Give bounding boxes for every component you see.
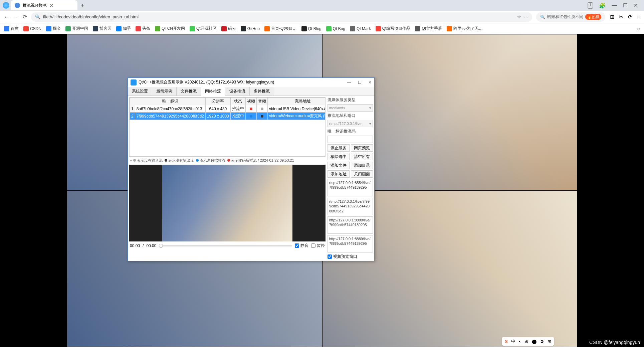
app-maximize-icon[interactable]: ☐ <box>358 80 362 85</box>
undo-icon[interactable]: ⟳ <box>628 14 632 20</box>
watermark: CSDN @feiyangqingyun <box>589 340 640 345</box>
app-close-icon[interactable]: ✕ <box>368 80 372 85</box>
badge-icon[interactable]: 1 <box>588 2 593 9</box>
bookmark-item[interactable]: 阿里云-为了无… <box>447 26 483 31</box>
app-tab[interactable]: 最简示例 <box>152 87 177 96</box>
table-header[interactable]: 分辨率 <box>205 98 230 105</box>
more-icon[interactable]: ⋯ <box>524 14 528 19</box>
panel-input[interactable] <box>328 136 373 143</box>
ime-item[interactable]: ⊞ <box>548 339 551 344</box>
table-header[interactable]: 唯一标识 <box>135 98 205 105</box>
maximize-icon[interactable]: ☐ <box>623 2 628 9</box>
app-tab[interactable]: 系统设置 <box>128 87 152 96</box>
address-bar: ← → ⟳ 🔍 file:///H:/codevideo/bin/config/… <box>0 11 644 23</box>
bookmarks-overflow-icon[interactable]: » <box>637 26 640 32</box>
app-window: Qt/C++推流综合应用示例 V20240121 (QQ: 517216493 … <box>128 77 375 261</box>
bookmark-item[interactable]: Qt Mark <box>350 26 371 31</box>
bookmark-item[interactable]: GitHub <box>241 26 260 31</box>
preview-checkbox[interactable]: 视频预览窗口 <box>328 254 373 259</box>
mute-checkbox[interactable]: 静音 <box>295 243 308 248</box>
table-header[interactable]: 音频 <box>256 98 267 105</box>
star-icon[interactable]: ☆ <box>517 14 521 19</box>
panel-button[interactable]: 关闭画面 <box>351 170 373 178</box>
scissors-icon[interactable]: ✂ <box>619 14 623 20</box>
window-close-icon[interactable]: ✕ <box>634 2 638 9</box>
app-title-text: Qt/C++推流综合应用示例 V20240121 (QQ: 517216493 … <box>139 79 274 85</box>
search-box[interactable]: 🔍 转账和红包性质不同 🔥热搜 <box>536 12 605 22</box>
ime-logo-icon: S <box>505 339 508 344</box>
bookmark-item[interactable]: Qt开源社区 <box>190 26 217 31</box>
bookmark-item[interactable]: 百度 <box>4 26 19 31</box>
page-content: Qt/C++推流综合应用示例 V20240121 (QQ: 517216493 … <box>0 34 644 347</box>
panel-input[interactable]: mediamtx▾ <box>328 104 373 112</box>
app-tab[interactable]: 多路推流 <box>250 87 274 96</box>
bookmark-item[interactable]: CSDN <box>23 26 41 31</box>
app-tab[interactable]: 网络推流 <box>201 87 225 96</box>
new-tab-button[interactable]: + <box>77 2 88 9</box>
panel-button[interactable]: 添加目录 <box>351 162 373 169</box>
panel-label: 流媒体服务类型 <box>328 97 373 103</box>
table-header[interactable] <box>130 98 135 105</box>
panel-label: 推流地址和端口 <box>328 113 373 119</box>
table-header[interactable]: 完整地址 <box>267 98 326 105</box>
bookmark-item[interactable]: 博客园 <box>93 26 112 31</box>
url-input[interactable]: 🔍 file:///H:/codevideo/bin/config/video_… <box>31 12 532 22</box>
search-icon: 🔍 <box>540 15 545 19</box>
bookmark-item[interactable]: 码云 <box>221 26 236 31</box>
url-box[interactable]: rtmp://127.0.0.1/live/7f999cdb5744913929… <box>328 198 373 215</box>
url-box[interactable]: rtsp://127.0.0.1:8554/live/7f999cdb57449… <box>328 179 373 196</box>
bookmark-item[interactable]: 头条 <box>136 26 150 31</box>
stream-table[interactable]: 唯一标识分辨率状态视频音频完整地址18a67b9bcfc8f2ca470ac28… <box>129 97 326 157</box>
extensions-icon[interactable]: 🧩 <box>599 2 606 9</box>
app-icon <box>131 79 137 85</box>
bookmark-item[interactable]: 开源中国 <box>65 26 88 31</box>
table-header[interactable]: 状态 <box>230 98 245 105</box>
bookmark-item[interactable]: 首页-Qt项目… <box>264 26 297 31</box>
table-header[interactable]: 视频 <box>245 98 256 105</box>
bookmark-item[interactable]: Qt官方手册 <box>415 26 442 31</box>
app-tab[interactable]: 文件推流 <box>177 87 201 96</box>
bookmark-item[interactable]: 掘金 <box>46 26 61 31</box>
menu-icon[interactable]: ≡ <box>637 14 640 20</box>
ime-item[interactable]: ⬤ <box>532 339 537 344</box>
table-row[interactable]: 27f999cdb57449139295c442880f6f3d21920 x … <box>130 113 326 120</box>
table-row[interactable]: 18a67b9bcfc8f2ca470ac28f682fbc013640 x 4… <box>130 105 326 113</box>
minimize-icon[interactable]: — <box>612 2 617 9</box>
black-bar-right <box>577 34 644 347</box>
bookmarks-bar: 百度CSDN掘金开源中国博客园知乎头条QTCN开发网Qt开源社区码云GitHub… <box>0 23 644 34</box>
forward-icon[interactable]: → <box>13 14 19 20</box>
bookmark-item[interactable]: QTCN开发网 <box>155 26 185 31</box>
tab-title: 推流视频预览 <box>23 3 47 8</box>
globe-icon <box>15 3 20 8</box>
grid-icon[interactable]: ⊞ <box>610 14 614 20</box>
video-preview[interactable] <box>129 165 326 241</box>
app-tab[interactable]: 设备推流 <box>225 87 250 96</box>
bookmark-item[interactable]: Qt编写项目作品 <box>376 26 411 31</box>
url-box[interactable]: http://127.0.0.1:8888/live/7f999cdb57449… <box>328 216 373 234</box>
panel-button[interactable]: 清空所有 <box>351 153 373 160</box>
url-box[interactable]: http://127.0.0.1:8889/live/7f999cdb57449… <box>328 235 373 252</box>
app-titlebar[interactable]: Qt/C++推流综合应用示例 V20240121 (QQ: 517216493 … <box>128 78 374 87</box>
bookmark-item[interactable]: 知乎 <box>116 26 131 31</box>
close-tab-icon[interactable]: ✕ <box>49 2 54 9</box>
bookmark-item[interactable]: Qt Blog <box>301 26 321 31</box>
ime-item[interactable]: •, <box>519 339 521 344</box>
bookmark-item[interactable]: Qt Bug <box>326 26 345 31</box>
panel-button[interactable]: 停止服务 <box>328 144 350 152</box>
browser-tab[interactable]: 推流视频预览 ✕ <box>11 0 77 10</box>
seek-slider[interactable] <box>159 245 292 246</box>
panel-input[interactable]: rtmp://127.0.0.1/live▾ <box>328 120 373 127</box>
panel-label: 唯一标识推流码 <box>328 129 373 134</box>
panel-button[interactable]: 添加地址 <box>328 170 350 178</box>
panel-button[interactable]: 移除选中 <box>328 153 350 160</box>
ime-item[interactable]: 中 <box>511 338 515 344</box>
pause-checkbox[interactable]: 暂停 <box>311 243 325 248</box>
ime-item[interactable]: ⊕ <box>525 339 528 344</box>
reload-icon[interactable]: ⟳ <box>23 14 27 20</box>
panel-button[interactable]: 网页预览 <box>351 144 373 152</box>
panel-button[interactable]: 添加文件 <box>328 162 350 169</box>
app-minimize-icon[interactable]: — <box>347 80 351 85</box>
back-icon[interactable]: ← <box>4 14 9 20</box>
ime-item[interactable]: ⚙ <box>540 339 544 344</box>
ime-toolbar[interactable]: S中•,⊕⬤⚙⊞ <box>502 337 554 346</box>
